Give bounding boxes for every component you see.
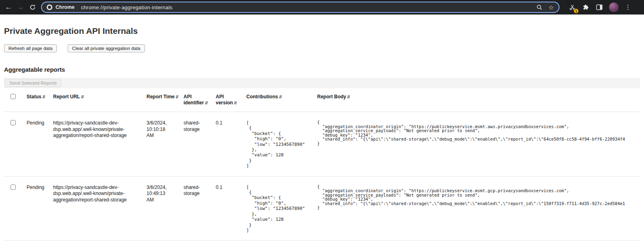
api-identifier: shared-storage <box>184 185 208 197</box>
report-body-json: { "aggregation_coordinator_origin": "htt… <box>317 120 637 145</box>
contributions-json: [ { "bucket": { "high": "0", "low": "123… <box>246 185 314 233</box>
report-status: Pending <box>27 112 53 176</box>
table-row: Pending https://privacy-sandcastle-dev-d… <box>4 176 640 241</box>
contributions-json: [ { "bucket": { "high": "0", "low": "123… <box>246 120 314 169</box>
refresh-all-button[interactable]: Refresh all page data <box>4 44 57 52</box>
sort-icon: ⇵ <box>279 95 282 99</box>
url-text[interactable]: chrome://private-aggregation-internals <box>81 4 533 10</box>
clear-all-button[interactable]: Clear all private aggregation data <box>68 44 144 52</box>
search-icon[interactable] <box>536 4 543 10</box>
api-version: 0.1 <box>216 176 246 241</box>
column-header-contributions[interactable]: Contributions⇵ <box>246 88 317 112</box>
address-bar[interactable]: Chrome chrome://private-aggregation-inte… <box>41 2 559 13</box>
table-header: Status⇵ Report URL⇵ Report Time⇵ API ide… <box>4 88 640 112</box>
column-header-api-identifier[interactable]: API identifier⇵ <box>184 88 216 112</box>
url-chip-label: Chrome <box>56 4 74 10</box>
table-header-row: Status⇵ Report URL⇵ Report Time⇵ API ide… <box>4 88 640 112</box>
forward-icon[interactable]: → <box>14 1 27 13</box>
column-header-api-version[interactable]: API version⇵ <box>216 88 246 112</box>
report-time: 3/6/2024, 10:10:18 AM <box>147 120 169 139</box>
sort-icon: ⇵ <box>205 101 208 105</box>
report-url: https://privacy-sandcastle-dev-dsp.web.a… <box>53 120 134 139</box>
toolbar-right-icons: 1 ⋮ <box>564 2 640 12</box>
page-title: Private Aggregation API Internals <box>4 15 640 36</box>
page-actions: Refresh all page data Clear all private … <box>4 44 640 52</box>
report-time: 3/6/2024, 10:49:13 AM <box>147 185 169 203</box>
row-checkbox[interactable] <box>10 120 16 125</box>
report-url: https://privacy-sandcastle-dev-dsp.web.a… <box>53 185 134 203</box>
back-icon[interactable]: ← <box>2 1 14 13</box>
menu-dots-icon[interactable]: ⋮ <box>625 4 631 10</box>
section-title: Aggregatable reports <box>4 66 640 73</box>
column-header-report-body[interactable]: Report Body⇵ <box>317 88 640 112</box>
extensions-puzzle-icon[interactable] <box>582 4 590 11</box>
send-selected-reports-button[interactable]: Send Selected Reports <box>5 79 61 87</box>
column-header-report-time[interactable]: Report Time⇵ <box>147 88 184 112</box>
profile-avatar[interactable] <box>609 2 619 12</box>
report-status: Pending <box>27 176 53 241</box>
api-identifier: shared-storage <box>184 120 208 133</box>
browser-toolbar: ← → Chrome chrome://private-aggregation-… <box>0 0 644 15</box>
extension-badge: 1 <box>574 8 579 14</box>
sort-icon: ⇵ <box>234 101 237 105</box>
bookmark-star-icon[interactable]: ☆ <box>549 4 554 10</box>
sort-icon: ⇵ <box>81 95 84 99</box>
pinned-extension-icon[interactable]: 1 <box>568 3 576 11</box>
select-all-checkbox[interactable] <box>10 94 16 99</box>
reload-icon-svg <box>29 4 36 10</box>
table-row: Pending https://privacy-sandcastle-dev-d… <box>4 112 640 176</box>
chrome-logo-icon <box>47 4 52 10</box>
aggregatable-reports-table: Status⇵ Report URL⇵ Report Time⇵ API ide… <box>4 88 640 241</box>
report-body-json: { "aggregation_coordinator_origin": "htt… <box>317 185 637 210</box>
side-panel-icon[interactable] <box>596 4 603 11</box>
sort-icon: ⇵ <box>175 95 179 99</box>
column-header-report-url[interactable]: Report URL⇵ <box>53 88 147 112</box>
reports-table-toolbar: Send Selected Reports <box>4 78 640 88</box>
sort-icon: ⇵ <box>347 95 350 99</box>
reload-icon[interactable] <box>27 1 39 13</box>
sort-icon: ⇵ <box>42 95 45 99</box>
row-checkbox[interactable] <box>10 185 16 190</box>
api-version: 0.1 <box>216 112 246 176</box>
column-header-status[interactable]: Status⇵ <box>27 88 53 112</box>
page-content: Private Aggregation API Internals Refres… <box>0 15 644 241</box>
